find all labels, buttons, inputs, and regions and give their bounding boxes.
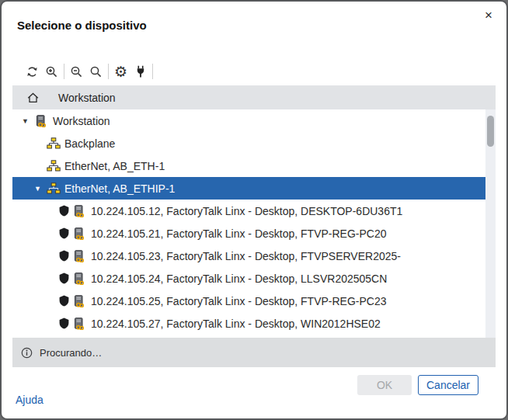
status-bar: Procurando… xyxy=(12,338,496,367)
shield-icon xyxy=(59,295,69,307)
info-icon xyxy=(21,347,33,359)
tree-item-label: EtherNet, AB_ETHIP-1 xyxy=(64,182,175,195)
dialog-header: Selecione o dispositivo × xyxy=(2,2,506,33)
device-icon xyxy=(72,295,87,307)
refresh-icon xyxy=(26,65,39,78)
tree-item[interactable]: 10.224.105.12, FactoryTalk Linx - Deskto… xyxy=(12,200,496,222)
refresh-button[interactable] xyxy=(23,62,42,82)
expand-arrow-icon[interactable]: ▼ xyxy=(22,117,34,125)
tree-item-label: 10.224.105.24, FactoryTalk Linx - Deskto… xyxy=(91,272,387,285)
toolbar-separator xyxy=(64,64,64,79)
zoom-out-button[interactable] xyxy=(67,62,86,82)
tree-item-label: 10.224.105.12, FactoryTalk Linx - Deskto… xyxy=(91,205,402,217)
home-button[interactable] xyxy=(26,92,40,104)
tree-item-label: 10.224.105.23, FactoryTalk Linx - Deskto… xyxy=(91,250,401,262)
select-device-dialog: Selecione o dispositivo × ⚙ Workstation … xyxy=(0,0,508,420)
device-icon xyxy=(72,272,87,285)
scrollbar-thumb[interactable] xyxy=(487,116,494,147)
home-icon xyxy=(26,92,40,104)
shield-icon xyxy=(59,205,69,217)
zoom-in-icon xyxy=(45,65,58,78)
zoom-out-icon xyxy=(70,65,83,78)
tree-item[interactable]: Backplane xyxy=(12,132,496,154)
toolbar-separator xyxy=(152,64,153,79)
shield-icon xyxy=(59,227,69,239)
zoom-in-button[interactable] xyxy=(42,62,61,82)
tree-item[interactable]: ▼ EtherNet, AB_ETHIP-1 xyxy=(12,177,496,200)
device-icon xyxy=(72,318,87,330)
tree-item-label: Backplane xyxy=(64,137,115,150)
shield-icon xyxy=(59,272,69,284)
tree-item[interactable]: 10.224.105.23, FactoryTalk Linx - Deskto… xyxy=(12,245,496,267)
breadcrumb: Workstation xyxy=(12,85,496,109)
tree-item[interactable]: EtherNet, AB_ETH-1 xyxy=(12,154,496,177)
close-button[interactable]: × xyxy=(481,8,496,23)
toolbar-separator xyxy=(108,64,109,79)
shield-icon xyxy=(59,250,69,262)
device-tree: ▼ Workstation Backplane EtherNet, AB_ETH… xyxy=(12,109,496,338)
dialog-title: Selecione o dispositivo xyxy=(17,19,491,32)
breadcrumb-label: Workstation xyxy=(58,92,116,104)
tree-item-label: 10.224.105.25, FactoryTalk Linx - Deskto… xyxy=(91,295,387,307)
tree-item-label: EtherNet, AB_ETH-1 xyxy=(64,160,165,172)
tree-item[interactable]: ▼ Workstation xyxy=(12,109,496,132)
tree-item[interactable]: 10.224.105.27, FactoryTalk Linx - Deskto… xyxy=(12,312,496,335)
ok-button[interactable]: OK xyxy=(357,375,412,395)
device-icon xyxy=(72,227,87,240)
toolbar: ⚙ xyxy=(12,61,496,82)
tree-item[interactable]: 10.224.105.25, FactoryTalk Linx - Deskto… xyxy=(12,290,496,312)
workstation-icon xyxy=(34,115,49,127)
button-row: OK Cancelar xyxy=(2,375,478,395)
help-link[interactable]: Ajuda xyxy=(16,394,43,406)
tree-item-label: 10.224.105.27, FactoryTalk Linx - Deskto… xyxy=(91,318,381,330)
tree-item[interactable]: 10.224.105.21, FactoryTalk Linx - Deskto… xyxy=(12,222,496,245)
network-icon xyxy=(47,160,61,172)
network-icon xyxy=(47,182,61,194)
shield-icon xyxy=(59,318,69,329)
network-icon xyxy=(47,137,61,149)
search-button[interactable] xyxy=(86,62,106,82)
device-icon xyxy=(72,205,87,217)
close-icon: × xyxy=(485,8,492,23)
search-icon xyxy=(89,65,103,78)
device-icon xyxy=(72,250,87,262)
cancel-button[interactable]: Cancelar xyxy=(418,375,478,395)
settings-icon: ⚙ xyxy=(114,64,127,79)
settings-button[interactable]: ⚙ xyxy=(111,62,130,82)
tree-item[interactable]: 10.224.105.24, FactoryTalk Linx - Deskto… xyxy=(12,267,496,290)
plug-icon xyxy=(134,65,147,78)
plug-button[interactable] xyxy=(130,62,150,82)
tree-item-label: 10.224.105.21, FactoryTalk Linx - Deskto… xyxy=(91,227,387,240)
status-text: Procurando… xyxy=(40,347,102,359)
expand-arrow-icon[interactable]: ▼ xyxy=(34,185,47,193)
tree-scrollbar[interactable] xyxy=(485,109,496,338)
dialog-footer: OK Cancelar Ajuda xyxy=(2,367,506,418)
tree-item-label: Workstation xyxy=(53,115,110,127)
tree-item[interactable] xyxy=(12,335,496,338)
